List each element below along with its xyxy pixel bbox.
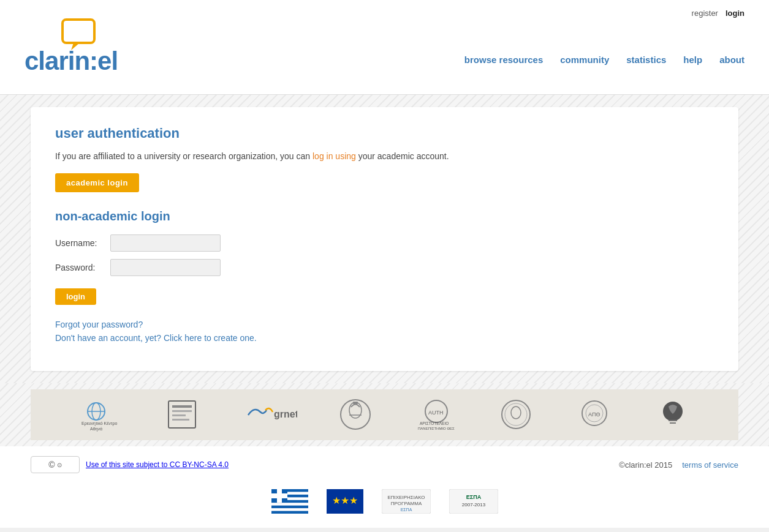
register-link[interactable]: register bbox=[692, 9, 718, 18]
description-text: If you are affiliated to a university or… bbox=[55, 151, 714, 161]
svg-text:ΕΣΠΑ: ΕΣΠΑ bbox=[400, 508, 412, 512]
partners-bar: Ερευνητικό Κέντρο Αθηνά grnet bbox=[31, 389, 738, 440]
svg-text:Ερευνητικό Κέντρο: Ερευνητικό Κέντρο bbox=[81, 421, 118, 426]
svg-rect-9 bbox=[172, 410, 192, 412]
partner-8-logo bbox=[656, 398, 690, 432]
create-account-row: Don't have an account, yet? Click here t… bbox=[55, 333, 714, 343]
main-card: user authentication If you are affiliate… bbox=[31, 107, 738, 371]
svg-rect-10 bbox=[172, 414, 186, 416]
partner-6 bbox=[499, 398, 533, 432]
main-nav: browse resources community statistics he… bbox=[464, 54, 744, 65]
svg-text:Αθηνά: Αθηνά bbox=[90, 427, 102, 432]
password-label: Password: bbox=[55, 263, 110, 272]
nav-help[interactable]: help bbox=[683, 54, 702, 65]
svg-rect-11 bbox=[172, 419, 189, 421]
svg-point-21 bbox=[502, 400, 530, 429]
partner-4 bbox=[339, 398, 373, 432]
page-title: user authentication bbox=[55, 126, 714, 141]
svg-text:2007-2013: 2007-2013 bbox=[461, 502, 485, 508]
svg-point-23 bbox=[511, 406, 521, 419]
svg-text:ΑΡΙΣΤΟΤΕΛΕΙΟ: ΑΡΙΣΤΟΤΕΛΕΙΟ bbox=[420, 421, 449, 425]
espa-2007-2013-logo: ΕΣΠΑ 2007-2013 bbox=[449, 489, 498, 515]
svg-text:ΠΑΝΕΠΙΣΤΗΜΙΟ ΘΕΣ: ΠΑΝΕΠΙΣΤΗΜΙΟ ΘΕΣ bbox=[418, 427, 455, 430]
eu-flag-logo: ★★★ bbox=[327, 489, 363, 515]
non-academic-title: non-academic login bbox=[55, 209, 714, 223]
log-in-using-link[interactable]: log in using bbox=[313, 151, 356, 161]
forgot-password-row: Forgot your password? bbox=[55, 320, 714, 329]
password-row: Password: bbox=[55, 259, 714, 276]
partner-8 bbox=[656, 398, 690, 432]
svg-text:AUTH: AUTH bbox=[428, 410, 444, 416]
username-input[interactable] bbox=[110, 234, 221, 252]
nav-about[interactable]: about bbox=[719, 54, 744, 65]
partner-5-logo: AUTH ΑΡΙΣΤΟΤΕΛΕΙΟ ΠΑΝΕΠΙΣΤΗΜΙΟ ΘΕΣ bbox=[415, 398, 458, 432]
partner-4-logo bbox=[339, 398, 373, 432]
svg-rect-29 bbox=[670, 422, 676, 424]
terms-of-service-link[interactable]: terms of service bbox=[682, 460, 738, 470]
nav-browse-resources[interactable]: browse resources bbox=[464, 54, 543, 65]
footer: © ⊙ Use of this site subject to CC BY-NC… bbox=[0, 446, 769, 483]
partner-1: Ερευνητικό Κέντρο Αθηνά bbox=[79, 398, 122, 432]
partner-2-logo bbox=[164, 398, 200, 432]
login-link[interactable]: login bbox=[725, 9, 744, 18]
nav-community[interactable]: community bbox=[560, 54, 609, 65]
partner-1-logo: Ερευνητικό Κέντρο Αθηνά bbox=[79, 398, 122, 432]
svg-rect-28 bbox=[669, 420, 677, 421]
logo-text: clarin:el bbox=[25, 47, 118, 76]
copyright-text: ©clarin:el 2015 bbox=[619, 460, 672, 470]
nav-statistics[interactable]: statistics bbox=[626, 54, 666, 65]
svg-rect-45 bbox=[449, 489, 498, 514]
partner-5: AUTH ΑΡΙΣΤΟΤΕΛΕΙΟ ΠΑΝΕΠΙΣΤΗΜΙΟ ΘΕΣ bbox=[415, 398, 458, 432]
header-top-links: register login bbox=[692, 9, 744, 18]
forgot-password-link[interactable]: Forgot your password? bbox=[55, 320, 143, 329]
svg-rect-35 bbox=[271, 511, 308, 514]
logo-bubble-icon bbox=[60, 18, 98, 50]
footer-left: © ⊙ Use of this site subject to CC BY-NC… bbox=[31, 456, 229, 473]
svg-text:ΠΡΟΓΡΑΜΜΑ: ΠΡΟΓΡΑΜΜΑ bbox=[390, 501, 422, 506]
partners-section: Ερευνητικό Κέντρο Αθηνά grnet bbox=[0, 383, 769, 446]
footer-right: ©clarin:el 2015 terms of service bbox=[619, 460, 738, 470]
svg-rect-34 bbox=[271, 506, 308, 508]
username-row: Username: bbox=[55, 234, 714, 252]
svg-text:grnet: grnet bbox=[274, 409, 297, 419]
academic-login-button[interactable]: academic login bbox=[55, 173, 139, 192]
svg-rect-8 bbox=[172, 405, 192, 408]
espa-logo: ΕΠΙΧΕΙΡΗΣΙΑΚΟ ΠΡΟΓΡΑΜΜΑ ΕΣΠΑ bbox=[382, 489, 431, 515]
partner-3: grnet bbox=[242, 403, 297, 427]
header: register login clarin:el browse resource… bbox=[0, 0, 769, 95]
svg-rect-16 bbox=[353, 402, 358, 404]
partner-3-logo: grnet bbox=[242, 403, 297, 427]
svg-text:ΕΣΠΑ: ΕΣΠΑ bbox=[466, 494, 481, 500]
svg-text:ΕΠΙΧΕΙΡΗΣΙΑΚΟ: ΕΠΙΧΕΙΡΗΣΙΑΚΟ bbox=[387, 495, 425, 500]
partner-7-logo: ΑΠΘ bbox=[575, 398, 615, 432]
svg-text:ΑΠΘ: ΑΠΘ bbox=[588, 411, 600, 418]
partner-2 bbox=[164, 398, 200, 432]
svg-rect-38 bbox=[271, 493, 287, 498]
logo-area: clarin:el bbox=[25, 18, 118, 76]
partner-7: ΑΠΘ bbox=[575, 398, 615, 432]
login-button[interactable]: login bbox=[55, 288, 96, 305]
svg-rect-0 bbox=[63, 20, 94, 43]
cc-badge: © ⊙ bbox=[31, 456, 80, 473]
greek-flag-logo bbox=[271, 489, 308, 515]
main-content-bg: user authentication If you are affiliate… bbox=[0, 95, 769, 383]
partner-6-logo bbox=[499, 398, 533, 432]
password-input[interactable] bbox=[110, 259, 221, 276]
username-label: Username: bbox=[55, 238, 110, 248]
create-account-link[interactable]: Don't have an account, yet? Click here t… bbox=[55, 333, 257, 343]
svg-text:★★★: ★★★ bbox=[332, 495, 358, 506]
bottom-logos: ★★★ ΕΠΙΧΕΙΡΗΣΙΑΚΟ ΠΡΟΓΡΑΜΜΑ ΕΣΠΑ ΕΣΠΑ 20… bbox=[0, 483, 769, 528]
cc-license-link[interactable]: Use of this site subject to CC BY-NC-SA … bbox=[86, 460, 229, 469]
